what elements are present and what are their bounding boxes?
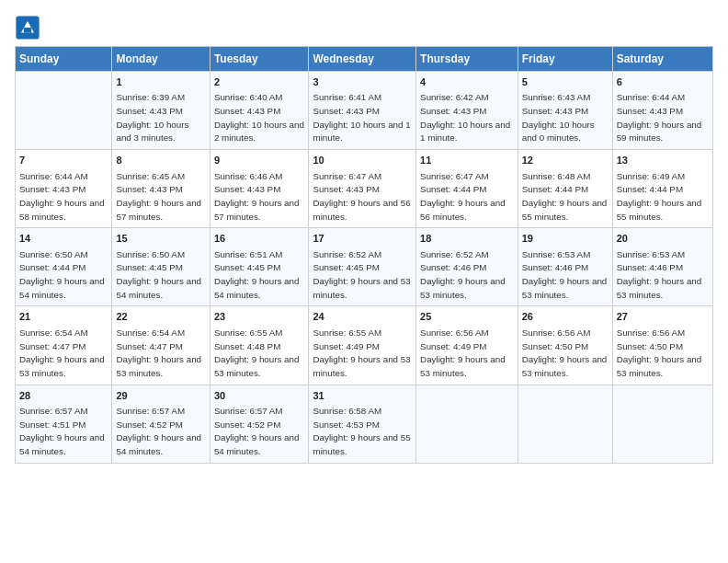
calendar-cell: 2Sunrise: 6:40 AMSunset: 4:43 PMDaylight… — [210, 72, 309, 150]
col-header-thursday: Thursday — [416, 47, 518, 72]
cell-info: Sunrise: 6:39 AMSunset: 4:43 PMDaylight:… — [116, 91, 205, 145]
calendar-cell: 17Sunrise: 6:52 AMSunset: 4:45 PMDayligh… — [309, 228, 416, 306]
cell-info: Sunrise: 6:56 AMSunset: 4:50 PMDaylight:… — [522, 327, 609, 381]
calendar-cell: 6Sunrise: 6:44 AMSunset: 4:43 PMDaylight… — [612, 72, 712, 150]
cell-info: Sunrise: 6:58 AMSunset: 4:53 PMDaylight:… — [313, 405, 412, 459]
day-number: 21 — [19, 310, 108, 324]
logo — [15, 15, 44, 40]
cell-info: Sunrise: 6:57 AMSunset: 4:52 PMDaylight:… — [116, 405, 205, 459]
cell-info: Sunrise: 6:55 AMSunset: 4:48 PMDaylight:… — [214, 327, 305, 381]
cell-info: Sunrise: 6:48 AMSunset: 4:44 PMDaylight:… — [522, 170, 609, 224]
week-row-3: 14Sunrise: 6:50 AMSunset: 4:44 PMDayligh… — [16, 228, 713, 306]
day-number: 17 — [313, 232, 412, 246]
calendar-cell: 29Sunrise: 6:57 AMSunset: 4:52 PMDayligh… — [112, 385, 210, 463]
day-number: 13 — [617, 154, 709, 167]
day-number: 12 — [522, 154, 609, 167]
calendar-cell: 19Sunrise: 6:53 AMSunset: 4:46 PMDayligh… — [518, 228, 612, 306]
day-number: 23 — [214, 310, 305, 324]
cell-info: Sunrise: 6:54 AMSunset: 4:47 PMDaylight:… — [19, 327, 108, 381]
cell-info: Sunrise: 6:46 AMSunset: 4:43 PMDaylight:… — [214, 170, 305, 224]
cell-info: Sunrise: 6:56 AMSunset: 4:50 PMDaylight:… — [617, 327, 709, 381]
day-number: 1 — [116, 75, 205, 89]
calendar-cell: 10Sunrise: 6:47 AMSunset: 4:43 PMDayligh… — [309, 150, 416, 228]
calendar-table: SundayMondayTuesdayWednesdayThursdayFrid… — [15, 46, 713, 464]
calendar-cell: 8Sunrise: 6:45 AMSunset: 4:43 PMDaylight… — [112, 150, 210, 228]
col-header-saturday: Saturday — [612, 47, 712, 72]
calendar-cell: 26Sunrise: 6:56 AMSunset: 4:50 PMDayligh… — [518, 306, 612, 385]
day-number: 9 — [214, 154, 305, 167]
cell-info: Sunrise: 6:47 AMSunset: 4:43 PMDaylight:… — [313, 170, 412, 224]
cell-info: Sunrise: 6:44 AMSunset: 4:43 PMDaylight:… — [19, 170, 108, 224]
day-number: 11 — [420, 154, 514, 167]
calendar-cell: 25Sunrise: 6:56 AMSunset: 4:49 PMDayligh… — [416, 306, 518, 385]
week-row-1: 1Sunrise: 6:39 AMSunset: 4:43 PMDaylight… — [16, 72, 713, 150]
col-header-wednesday: Wednesday — [309, 47, 416, 72]
calendar-cell: 15Sunrise: 6:50 AMSunset: 4:45 PMDayligh… — [112, 228, 210, 306]
week-row-4: 21Sunrise: 6:54 AMSunset: 4:47 PMDayligh… — [16, 306, 713, 385]
day-number: 18 — [420, 232, 514, 246]
day-number: 2 — [214, 75, 305, 89]
cell-info: Sunrise: 6:40 AMSunset: 4:43 PMDaylight:… — [214, 91, 305, 145]
week-row-2: 7Sunrise: 6:44 AMSunset: 4:43 PMDaylight… — [16, 150, 713, 228]
cell-info: Sunrise: 6:49 AMSunset: 4:44 PMDaylight:… — [617, 170, 709, 224]
calendar-cell: 18Sunrise: 6:52 AMSunset: 4:46 PMDayligh… — [416, 228, 518, 306]
calendar-cell: 9Sunrise: 6:46 AMSunset: 4:43 PMDaylight… — [210, 150, 309, 228]
calendar-cell: 16Sunrise: 6:51 AMSunset: 4:45 PMDayligh… — [210, 228, 309, 306]
cell-info: Sunrise: 6:53 AMSunset: 4:46 PMDaylight:… — [617, 248, 709, 303]
day-number: 5 — [522, 75, 609, 89]
calendar-cell: 24Sunrise: 6:55 AMSunset: 4:49 PMDayligh… — [309, 306, 416, 385]
day-number: 8 — [116, 154, 205, 167]
col-header-friday: Friday — [518, 47, 612, 72]
calendar-cell — [612, 385, 712, 463]
cell-info: Sunrise: 6:45 AMSunset: 4:43 PMDaylight:… — [116, 170, 205, 224]
calendar-cell: 23Sunrise: 6:55 AMSunset: 4:48 PMDayligh… — [210, 306, 309, 385]
calendar-cell: 21Sunrise: 6:54 AMSunset: 4:47 PMDayligh… — [16, 306, 112, 385]
day-number: 27 — [617, 310, 709, 324]
day-number: 25 — [420, 310, 514, 324]
day-number: 30 — [214, 389, 305, 403]
day-number: 19 — [522, 232, 609, 246]
day-number: 14 — [19, 232, 108, 246]
day-number: 24 — [313, 310, 412, 324]
day-number: 7 — [19, 154, 108, 167]
day-number: 22 — [116, 310, 205, 324]
logo-icon — [15, 15, 40, 40]
day-number: 29 — [116, 389, 205, 403]
calendar-cell: 22Sunrise: 6:54 AMSunset: 4:47 PMDayligh… — [112, 306, 210, 385]
cell-info: Sunrise: 6:43 AMSunset: 4:43 PMDaylight:… — [522, 91, 609, 145]
calendar-cell: 12Sunrise: 6:48 AMSunset: 4:44 PMDayligh… — [518, 150, 612, 228]
calendar-cell: 30Sunrise: 6:57 AMSunset: 4:52 PMDayligh… — [210, 385, 309, 463]
day-number: 6 — [617, 75, 709, 89]
calendar-cell: 7Sunrise: 6:44 AMSunset: 4:43 PMDaylight… — [16, 150, 112, 228]
day-number: 31 — [313, 389, 412, 403]
calendar-cell: 14Sunrise: 6:50 AMSunset: 4:44 PMDayligh… — [16, 228, 112, 306]
cell-info: Sunrise: 6:52 AMSunset: 4:45 PMDaylight:… — [313, 248, 412, 303]
day-number: 3 — [313, 75, 412, 89]
cell-info: Sunrise: 6:53 AMSunset: 4:46 PMDaylight:… — [522, 248, 609, 303]
calendar-cell: 27Sunrise: 6:56 AMSunset: 4:50 PMDayligh… — [612, 306, 712, 385]
calendar-cell: 11Sunrise: 6:47 AMSunset: 4:44 PMDayligh… — [416, 150, 518, 228]
day-number: 20 — [617, 232, 709, 246]
day-number: 16 — [214, 232, 305, 246]
calendar-cell — [416, 385, 518, 463]
cell-info: Sunrise: 6:52 AMSunset: 4:46 PMDaylight:… — [420, 248, 514, 303]
cell-info: Sunrise: 6:50 AMSunset: 4:44 PMDaylight:… — [19, 248, 108, 303]
calendar-cell: 31Sunrise: 6:58 AMSunset: 4:53 PMDayligh… — [309, 385, 416, 463]
cell-info: Sunrise: 6:50 AMSunset: 4:45 PMDaylight:… — [116, 248, 205, 303]
calendar-cell: 1Sunrise: 6:39 AMSunset: 4:43 PMDaylight… — [112, 72, 210, 150]
col-header-monday: Monday — [112, 47, 210, 72]
page-header — [15, 15, 713, 40]
cell-info: Sunrise: 6:54 AMSunset: 4:47 PMDaylight:… — [116, 327, 205, 381]
col-header-tuesday: Tuesday — [210, 47, 309, 72]
cell-info: Sunrise: 6:51 AMSunset: 4:45 PMDaylight:… — [214, 248, 305, 303]
day-number: 10 — [313, 154, 412, 167]
cell-info: Sunrise: 6:44 AMSunset: 4:43 PMDaylight:… — [617, 91, 709, 145]
day-number: 4 — [420, 75, 514, 89]
cell-info: Sunrise: 6:41 AMSunset: 4:43 PMDaylight:… — [313, 91, 412, 145]
cell-info: Sunrise: 6:55 AMSunset: 4:49 PMDaylight:… — [313, 327, 412, 381]
cell-info: Sunrise: 6:47 AMSunset: 4:44 PMDaylight:… — [420, 170, 514, 224]
calendar-cell: 5Sunrise: 6:43 AMSunset: 4:43 PMDaylight… — [518, 72, 612, 150]
col-header-sunday: Sunday — [16, 47, 112, 72]
calendar-cell: 20Sunrise: 6:53 AMSunset: 4:46 PMDayligh… — [612, 228, 712, 306]
svg-rect-2 — [24, 28, 31, 33]
